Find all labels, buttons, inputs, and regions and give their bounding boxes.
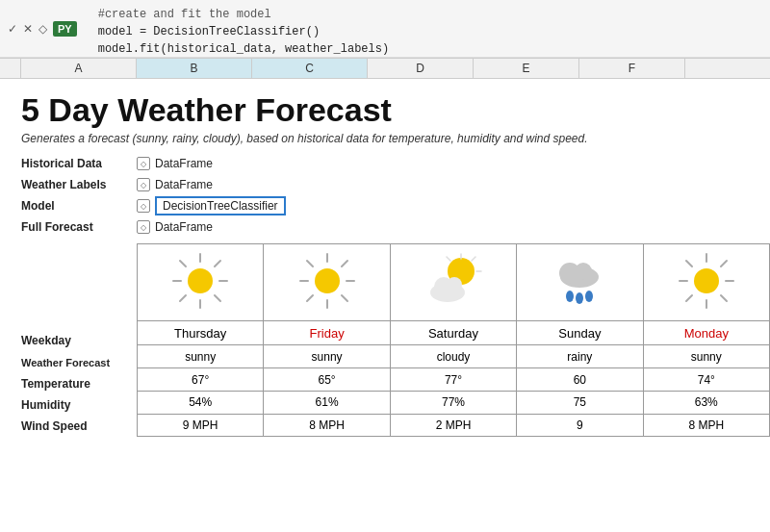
wind-monday: 8 MPH bbox=[643, 414, 769, 437]
rain-icon-sunday bbox=[549, 250, 610, 312]
svg-line-40 bbox=[686, 295, 692, 301]
fields-table: Historical Data ◇ DataFrame Weather Labe… bbox=[21, 153, 770, 238]
svg-line-21 bbox=[472, 257, 475, 261]
weekday-row: Thursday Friday Saturday Sunday Monday bbox=[138, 321, 770, 345]
df-icon-model: ◇ bbox=[137, 199, 150, 213]
temp-sunday: 60 bbox=[517, 368, 643, 392]
sun-icon-friday bbox=[296, 250, 358, 312]
col-header-b[interactable]: B bbox=[137, 59, 252, 78]
temp-monday: 74° bbox=[643, 368, 769, 392]
humidity-sunday: 75 bbox=[517, 391, 643, 414]
subtitle-row: Generates a forecast (sunny, rainy, clou… bbox=[0, 130, 770, 153]
icon-row bbox=[138, 244, 770, 321]
forecast-saturday: cloudy bbox=[390, 345, 516, 368]
weather-table: Thursday Friday Saturday Sunday Monday s… bbox=[137, 243, 770, 437]
temp-saturday: 77° bbox=[390, 368, 516, 392]
field-label-historical: Historical Data bbox=[21, 157, 137, 170]
py-badge: PY bbox=[53, 21, 77, 37]
df-icon-labels: ◇ bbox=[137, 178, 150, 191]
code-bar-icons: ✓ ✕ ◇ PY bbox=[0, 0, 89, 57]
df-icon-forecast: ◇ bbox=[137, 220, 150, 234]
temp-thursday: 67° bbox=[138, 368, 264, 392]
svg-line-22 bbox=[447, 257, 450, 261]
field-row-historical: Historical Data ◇ DataFrame bbox=[21, 153, 770, 174]
col-header-c[interactable]: C bbox=[252, 59, 368, 78]
forecast-monday: sunny bbox=[643, 345, 769, 368]
label-weekday: Weekday bbox=[21, 328, 137, 352]
svg-line-6 bbox=[215, 295, 220, 301]
label-temp: Temperature bbox=[21, 373, 137, 394]
label-weather: Weather Forecast bbox=[21, 352, 137, 373]
wind-friday: 8 MPH bbox=[264, 414, 390, 437]
field-label-forecast: Full Forecast bbox=[21, 220, 137, 234]
forecast-row: sunny sunny cloudy rainy sunny bbox=[138, 345, 770, 368]
svg-point-29 bbox=[566, 291, 574, 302]
diamond-icon: ◇ bbox=[38, 22, 47, 36]
code-line-1: #create and fit the model bbox=[98, 6, 760, 23]
partly-cloudy-icon-saturday bbox=[423, 250, 484, 312]
left-labels: Weekday Weather Forecast Temperature Hum… bbox=[21, 243, 137, 437]
svg-line-7 bbox=[215, 261, 220, 266]
temp-friday: 65° bbox=[264, 368, 390, 392]
x-icon: ✕ bbox=[23, 22, 33, 36]
page-title: 5 Day Weather Forecast bbox=[21, 92, 392, 128]
df-icon-historical: ◇ bbox=[137, 157, 150, 170]
humidity-saturday: 77% bbox=[390, 391, 516, 414]
forecast-sunday: rainy bbox=[517, 345, 643, 368]
forecast-thursday: sunny bbox=[138, 345, 264, 368]
svg-line-14 bbox=[307, 261, 313, 266]
humidity-thursday: 54% bbox=[138, 391, 264, 414]
df-text-labels: DataFrame bbox=[155, 178, 213, 191]
svg-line-8 bbox=[180, 295, 186, 301]
field-label-labels: Weather Labels bbox=[21, 178, 137, 191]
field-row-model: Model ◇ DecisionTreeClassifier bbox=[21, 195, 770, 216]
day-friday: Friday bbox=[264, 321, 390, 345]
humidity-friday: 61% bbox=[264, 391, 390, 414]
icon-cell-saturday bbox=[390, 244, 516, 321]
column-headers: A B C D E F bbox=[0, 58, 770, 79]
icon-cell-monday bbox=[643, 244, 769, 321]
label-wind: Wind Speed bbox=[21, 416, 137, 437]
svg-line-17 bbox=[307, 295, 313, 301]
sun-icon-monday bbox=[676, 250, 737, 312]
code-line-3: model.fit(historical_data, weather_label… bbox=[98, 40, 760, 58]
icon-cell-friday bbox=[264, 244, 390, 321]
day-monday: Monday bbox=[643, 321, 769, 345]
model-box[interactable]: DecisionTreeClassifier bbox=[155, 196, 286, 215]
icon-cell-thursday bbox=[138, 244, 264, 321]
sun-icon-thursday bbox=[169, 250, 231, 312]
wind-sunday: 9 bbox=[517, 414, 643, 437]
code-line-2: model = DecisionTreeClassifier() bbox=[98, 23, 760, 40]
svg-point-28 bbox=[575, 263, 592, 280]
col-header-d[interactable]: D bbox=[368, 59, 474, 78]
col-header-a[interactable]: A bbox=[21, 59, 137, 78]
svg-line-37 bbox=[686, 261, 692, 266]
temp-row: 67° 65° 77° 60 74° bbox=[138, 368, 770, 392]
field-label-model: Model bbox=[21, 199, 137, 213]
day-thursday: Thursday bbox=[138, 321, 264, 345]
svg-line-38 bbox=[721, 295, 727, 301]
col-header-f[interactable]: F bbox=[579, 59, 685, 78]
svg-line-16 bbox=[342, 261, 347, 266]
label-humidity: Humidity bbox=[21, 394, 137, 416]
field-value-historical: ◇ DataFrame bbox=[137, 157, 213, 170]
svg-point-9 bbox=[315, 268, 340, 293]
day-sunday: Sunday bbox=[517, 321, 643, 345]
svg-point-32 bbox=[694, 268, 719, 293]
field-row-forecast: Full Forecast ◇ DataFrame bbox=[21, 216, 770, 238]
humidity-monday: 63% bbox=[643, 391, 769, 414]
svg-line-15 bbox=[342, 295, 347, 301]
field-row-labels: Weather Labels ◇ DataFrame bbox=[21, 174, 770, 195]
col-header-e[interactable]: E bbox=[474, 59, 579, 78]
spreadsheet-body: 5 Day Weather Forecast Generates a forec… bbox=[0, 79, 770, 437]
day-saturday: Saturday bbox=[390, 321, 516, 345]
forecast-friday: sunny bbox=[264, 345, 390, 368]
icon-cell-sunday bbox=[517, 244, 643, 321]
svg-point-31 bbox=[585, 291, 593, 302]
code-content: #create and fit the model model = Decisi… bbox=[89, 0, 770, 57]
code-bar: ✓ ✕ ◇ PY #create and fit the model model… bbox=[0, 0, 770, 58]
wind-row: 9 MPH 8 MPH 2 MPH 9 8 MPH bbox=[138, 414, 770, 437]
field-value-model: ◇ DecisionTreeClassifier bbox=[137, 196, 286, 215]
humidity-row: 54% 61% 77% 75 63% bbox=[138, 391, 770, 414]
svg-point-25 bbox=[447, 277, 462, 292]
